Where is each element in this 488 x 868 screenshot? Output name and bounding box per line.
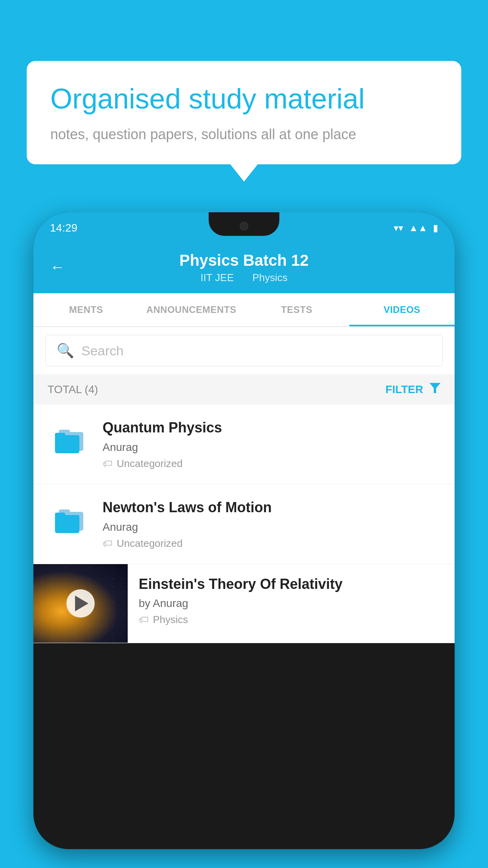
video-title: Quantum Physics bbox=[103, 419, 440, 437]
speech-bubble-container: Organised study material notes, question… bbox=[27, 61, 461, 164]
list-item[interactable]: Quantum Physics Anurag 🏷 Uncategorized bbox=[33, 405, 455, 484]
play-triangle-icon bbox=[75, 596, 88, 611]
tag-icon: 🏷 bbox=[139, 614, 149, 626]
subtitle-part1: IIT JEE bbox=[200, 272, 234, 283]
tag-label: Uncategorized bbox=[117, 458, 183, 470]
search-container: 🔍 Search bbox=[33, 327, 455, 374]
signal-icon: ▲▲ bbox=[409, 223, 427, 234]
folder-icon-container bbox=[48, 498, 91, 542]
status-bar: 14:29 ▾▾ ▲▲ ▮ bbox=[33, 212, 455, 241]
filter-bar: TOTAL (4) FILTER bbox=[33, 374, 455, 405]
svg-rect-7 bbox=[55, 515, 79, 533]
battery-icon: ▮ bbox=[433, 223, 438, 234]
wifi-icon: ▾▾ bbox=[394, 223, 403, 234]
speech-bubble: Organised study material notes, question… bbox=[27, 61, 461, 164]
list-item[interactable]: Newton's Laws of Motion Anurag 🏷 Uncateg… bbox=[33, 484, 455, 564]
app-title: Physics Batch 12 bbox=[50, 252, 438, 269]
phone-outer: 14:29 ▾▾ ▲▲ ▮ ← Physics Batch 12 IIT JEE… bbox=[33, 212, 455, 849]
tab-announcements[interactable]: ANNOUNCEMENTS bbox=[139, 293, 244, 326]
video-title: Einstein's Theory Of Relativity bbox=[139, 575, 444, 594]
search-icon: 🔍 bbox=[57, 342, 74, 359]
svg-marker-0 bbox=[429, 383, 440, 393]
tag-label: Uncategorized bbox=[117, 537, 183, 550]
folder-icon bbox=[52, 425, 86, 456]
app-subtitle: IIT JEE Physics bbox=[50, 272, 438, 284]
video-tag: 🏷 Uncategorized bbox=[103, 458, 440, 470]
status-time: 14:29 bbox=[50, 222, 77, 234]
video-thumbnail bbox=[33, 564, 128, 643]
app-header: ← Physics Batch 12 IIT JEE Physics bbox=[33, 241, 455, 293]
video-info: Einstein's Theory Of Relativity by Anura… bbox=[128, 564, 455, 637]
tab-ments[interactable]: MENTS bbox=[33, 293, 139, 326]
tag-label: Physics bbox=[153, 614, 188, 626]
tab-tests[interactable]: TESTS bbox=[244, 293, 349, 326]
svg-rect-4 bbox=[55, 433, 65, 438]
filter-funnel-icon bbox=[429, 383, 440, 396]
total-count-label: TOTAL (4) bbox=[48, 383, 98, 396]
phone-notch bbox=[209, 212, 279, 236]
folder-icon-container bbox=[48, 419, 91, 462]
back-button[interactable]: ← bbox=[50, 259, 65, 276]
filter-button[interactable]: FILTER bbox=[385, 383, 440, 396]
video-info: Newton's Laws of Motion Anurag 🏷 Uncateg… bbox=[103, 498, 440, 550]
video-title: Newton's Laws of Motion bbox=[103, 498, 440, 517]
video-tag: 🏷 Uncategorized bbox=[103, 537, 440, 550]
subtitle-part2: Physics bbox=[252, 272, 288, 283]
speech-bubble-heading: Organised study material bbox=[50, 83, 438, 115]
folder-icon bbox=[52, 505, 86, 535]
status-icons: ▾▾ ▲▲ ▮ bbox=[394, 223, 438, 234]
search-box[interactable]: 🔍 Search bbox=[45, 335, 443, 366]
play-button[interactable] bbox=[66, 589, 95, 618]
video-info: Quantum Physics Anurag 🏷 Uncategorized bbox=[103, 419, 440, 470]
video-author: by Anurag bbox=[139, 597, 444, 610]
search-placeholder: Search bbox=[81, 343, 124, 359]
list-item[interactable]: Einstein's Theory Of Relativity by Anura… bbox=[33, 564, 455, 643]
speech-bubble-subtext: notes, question papers, solutions all at… bbox=[50, 126, 438, 143]
phone-frame: 14:29 ▾▾ ▲▲ ▮ ← Physics Batch 12 IIT JEE… bbox=[33, 212, 455, 868]
filter-label: FILTER bbox=[385, 383, 423, 396]
video-list: Quantum Physics Anurag 🏷 Uncategorized bbox=[33, 405, 455, 643]
tab-videos[interactable]: VIDEOS bbox=[349, 293, 455, 326]
video-tag: 🏷 Physics bbox=[139, 614, 444, 626]
video-author: Anurag bbox=[103, 441, 440, 454]
tag-icon: 🏷 bbox=[103, 458, 113, 470]
tag-icon: 🏷 bbox=[103, 537, 113, 550]
svg-rect-8 bbox=[55, 513, 65, 517]
svg-rect-3 bbox=[55, 435, 79, 453]
camera bbox=[240, 222, 248, 230]
tabs-bar: MENTS ANNOUNCEMENTS TESTS VIDEOS bbox=[33, 293, 455, 327]
video-author: Anurag bbox=[103, 521, 440, 533]
